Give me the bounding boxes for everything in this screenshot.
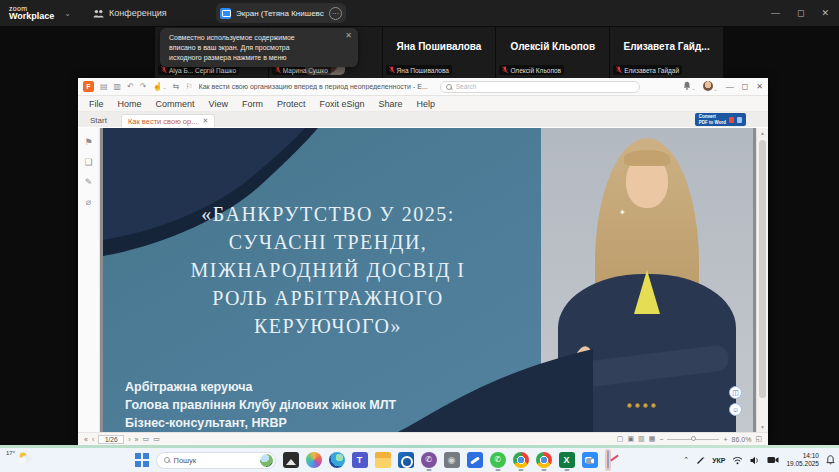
participant-tile[interactable]: Яна Пошивалова Яна Пошивалова	[383, 27, 496, 78]
comments-panel-icon[interactable]: ✎	[85, 178, 93, 187]
teams-icon[interactable]: T	[352, 452, 368, 468]
task-view-icon[interactable]	[283, 452, 299, 468]
statusbar-right: ▢ ▣ ▥ ▦ − + 86.0% ◱	[617, 435, 762, 443]
prev-page-icon[interactable]: ‹	[92, 436, 94, 443]
redo-icon[interactable]: ↷	[140, 82, 147, 91]
maximize-button[interactable]: ◻	[797, 8, 804, 18]
pen-input-icon[interactable]	[696, 456, 705, 465]
tray-chevron-up-icon[interactable]: ⌃	[683, 456, 689, 464]
taskbar-search-input[interactable]: Пошук	[156, 452, 276, 469]
save-icon[interactable]: ▤	[100, 82, 108, 91]
hand-tool-icon[interactable]: ☝⌄	[153, 82, 167, 91]
tab-document[interactable]: Как вести свою ор... ✕	[121, 114, 215, 127]
menu-view[interactable]: View	[202, 99, 235, 109]
bookmarks-panel-icon[interactable]: ⚑	[84, 138, 92, 147]
print-icon[interactable]: ▥	[114, 82, 122, 91]
next-page-icon[interactable]: ›	[128, 436, 130, 443]
pages-panel-icon[interactable]: ❏	[84, 158, 92, 167]
fit-screen-icon[interactable]: ◱	[755, 435, 762, 443]
menu-help[interactable]: Help	[409, 99, 442, 109]
document-title: Как вести свою организацию вперед в пери…	[199, 83, 428, 90]
menu-foxit-esign[interactable]: Foxit eSign	[312, 99, 371, 109]
vertical-scrollbar[interactable]: ▲ ▼	[756, 128, 768, 432]
mic-muted-icon	[389, 66, 395, 74]
zoom-in-icon[interactable]: +	[723, 436, 727, 443]
support-chat-icon[interactable]: ☺	[729, 403, 742, 416]
page-number-input[interactable]: 1/26	[98, 435, 124, 444]
continuous-view-icon[interactable]: ▣	[627, 435, 634, 443]
edge-icon[interactable]	[329, 452, 345, 468]
document-canvas[interactable]: ✦ «БАНКРУТСТВО У 2025: СУЧАСНІ ТРЕНДИ, М…	[100, 128, 756, 432]
next-view-icon[interactable]: ▭	[153, 435, 160, 443]
menu-protect[interactable]: Protect	[270, 99, 313, 109]
more-options-button[interactable]: ···	[329, 7, 342, 20]
search-input[interactable]: Search	[440, 81, 640, 93]
close-icon[interactable]: ✕	[345, 31, 352, 40]
outlook-icon[interactable]	[398, 452, 414, 468]
zoom-out-icon[interactable]: −	[659, 436, 663, 443]
active-snip-app[interactable]	[605, 449, 611, 471]
chrome-profile2-icon[interactable]	[536, 452, 552, 468]
single-page-view-icon[interactable]: ▢	[617, 435, 624, 443]
minimize-button[interactable]: —	[771, 8, 780, 18]
zoom-slider[interactable]	[667, 439, 719, 440]
menu-home[interactable]: Home	[111, 99, 149, 109]
prev-view-icon[interactable]: ▭	[143, 435, 150, 443]
scrollbar-thumb[interactable]	[759, 140, 766, 398]
ai-assistant-icon[interactable]: ◫	[729, 386, 742, 399]
tab-meeting[interactable]: Конференция	[93, 8, 167, 18]
whatsapp-icon[interactable]	[490, 452, 506, 468]
tray-clock[interactable]: 14:10 19.05.2025	[786, 452, 819, 468]
start-button[interactable]	[135, 453, 149, 467]
account-avatar[interactable]: ⌄	[703, 81, 717, 93]
first-page-icon[interactable]: «	[84, 436, 88, 443]
copilot-icon[interactable]	[306, 452, 322, 468]
people-icon	[93, 9, 104, 18]
share-pill-label: Экран (Тетяна Книшевська)	[236, 9, 324, 18]
facing-view-icon[interactable]: ▥	[638, 435, 645, 443]
convert-icon[interactable]: ⇆	[173, 82, 180, 91]
participant-tile[interactable]: Елизавета Гайд... Елизавета Гайдай	[610, 27, 723, 78]
zoom-level[interactable]: 86.0%	[732, 436, 752, 443]
continuous-facing-view-icon[interactable]: ▦	[649, 435, 656, 443]
excel-icon[interactable]: X	[559, 452, 575, 468]
weather-widget[interactable]: 17°	[6, 450, 33, 464]
attachments-panel-icon[interactable]: ⌀	[86, 198, 91, 207]
wifi-icon[interactable]	[732, 456, 743, 465]
pdf-minimize-button[interactable]: —	[726, 82, 734, 91]
last-page-icon[interactable]: »	[135, 436, 139, 443]
participant-tile[interactable]: Олексій Кльопов Олексій Кльопов	[496, 27, 609, 78]
menu-share[interactable]: Share	[371, 99, 409, 109]
screen-share-pill[interactable]: Экран (Тетяна Книшевська) ···	[216, 3, 346, 23]
tab-close-icon[interactable]: ✕	[202, 117, 208, 125]
zoom-app-icon[interactable]	[582, 452, 598, 468]
scroll-up-icon[interactable]: ▲	[757, 130, 768, 136]
menu-comment[interactable]: Comment	[149, 99, 202, 109]
pdf-close-button[interactable]: ✕	[756, 82, 763, 91]
search-highlight-image[interactable]	[260, 454, 273, 467]
notification-bell-icon[interactable]	[826, 455, 835, 465]
language-indicator[interactable]: УКР	[712, 457, 725, 464]
pdf-file-icon	[729, 117, 734, 123]
video-camera-icon[interactable]	[767, 456, 779, 464]
convert-pdf-ad-banner[interactable]: Convert PDF to Word	[695, 113, 746, 126]
menu-form[interactable]: Form	[235, 99, 270, 109]
pdf-restore-button[interactable]: ◻	[742, 82, 749, 91]
participant-label-text: Марина Сушко	[283, 67, 328, 74]
settings-app-icon[interactable]	[444, 452, 460, 468]
file-explorer-icon[interactable]	[375, 452, 391, 468]
bell-icon[interactable]: ⌄	[683, 81, 695, 92]
tab-start[interactable]: Start	[78, 116, 121, 127]
undo-icon[interactable]: ↶	[127, 82, 134, 91]
scroll-down-icon[interactable]: ▼	[757, 424, 768, 430]
participant-name-large: Елизавета Гайд...	[610, 41, 723, 52]
chrome-icon[interactable]	[513, 452, 529, 468]
menu-file[interactable]: File	[82, 99, 111, 109]
search-placeholder: Search	[456, 83, 477, 90]
volume-icon[interactable]	[750, 456, 760, 465]
zoom-slider-knob[interactable]	[691, 436, 696, 441]
paint-app-icon[interactable]	[467, 452, 483, 468]
close-button[interactable]: ✕	[821, 8, 829, 18]
chevron-down-icon[interactable]: ⌄	[64, 9, 71, 18]
viber-icon[interactable]	[421, 452, 437, 468]
